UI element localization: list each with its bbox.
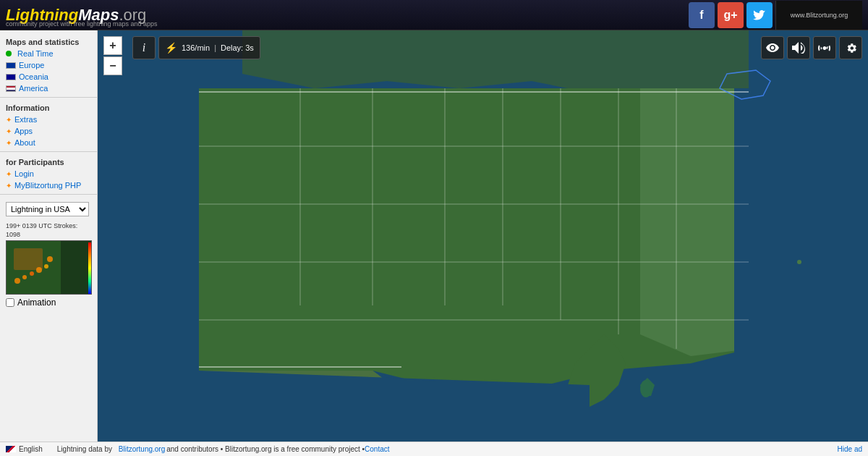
rate-value: 136/min bbox=[182, 43, 210, 52]
sidebar-divider-2 bbox=[0, 151, 97, 152]
zoom-in-button[interactable]: + bbox=[103, 36, 122, 55]
right-toolbar bbox=[761, 36, 862, 59]
svg-rect-16 bbox=[734, 88, 868, 442]
sidebar-realtime[interactable]: Real Time bbox=[0, 48, 97, 59]
contributors-text: and contributors • Blitzortung.org is a … bbox=[166, 445, 365, 453]
blitzortung-link[interactable]: Blitzortung.org bbox=[119, 445, 165, 453]
svg-point-3 bbox=[14, 278, 20, 284]
sidebar-extras[interactable]: ✦ Extras bbox=[0, 114, 97, 125]
sidebar-myblitzortung[interactable]: ✦ MyBlitzortung PHP bbox=[0, 180, 97, 191]
hide-ad-button[interactable]: Hide ad bbox=[838, 445, 862, 453]
settings-button[interactable] bbox=[839, 36, 862, 59]
america-flag bbox=[6, 85, 16, 92]
sidebar-about[interactable]: ✦ About bbox=[0, 137, 97, 148]
social-links: f g+ www.Blitzortung.org bbox=[689, 1, 862, 30]
top-toolbar: i ⚡ 136/min | Delay: 3s bbox=[132, 36, 260, 59]
zoom-out-button[interactable]: − bbox=[103, 56, 122, 75]
sidebar-america[interactable]: America bbox=[0, 83, 97, 94]
sidebar-divider-3 bbox=[0, 194, 97, 195]
login-icon: ✦ bbox=[6, 170, 12, 178]
english-flag bbox=[6, 446, 16, 452]
sidebar-participants-title: for Participants bbox=[0, 155, 97, 168]
animation-checkbox[interactable] bbox=[6, 298, 14, 307]
svg-rect-9 bbox=[88, 242, 92, 294]
signal-button[interactable] bbox=[813, 36, 836, 59]
language-label: English bbox=[19, 445, 43, 453]
realtime-indicator bbox=[6, 51, 12, 56]
about-icon: ✦ bbox=[6, 139, 12, 147]
map-select[interactable]: Lightning in USA bbox=[6, 202, 89, 216]
footer: English Lightning data by Blitzortung.or… bbox=[0, 442, 868, 456]
twitter-button[interactable] bbox=[746, 2, 773, 28]
contact-link[interactable]: Contact bbox=[365, 445, 389, 453]
sidebar-oceania[interactable]: Oceania bbox=[0, 71, 97, 83]
blitzortung-logo: www.Blitzortung.org bbox=[775, 1, 862, 30]
svg-rect-2 bbox=[14, 248, 43, 270]
blitzortung-credit bbox=[115, 445, 117, 453]
animation-label[interactable]: Animation bbox=[17, 297, 56, 308]
map-svg bbox=[98, 30, 868, 442]
svg-point-5 bbox=[30, 271, 34, 276]
googleplus-button[interactable]: g+ bbox=[718, 2, 744, 28]
sidebar-divider-1 bbox=[0, 97, 97, 98]
minimap bbox=[6, 240, 92, 295]
svg-point-30 bbox=[797, 260, 801, 264]
delimiter: | bbox=[214, 43, 216, 52]
sidebar-apps[interactable]: ✦ Apps bbox=[0, 125, 97, 137]
sidebar-info-title: Information bbox=[0, 101, 97, 114]
sidebar-europe[interactable]: Europe bbox=[0, 59, 97, 71]
info-button[interactable]: i bbox=[132, 36, 156, 59]
sidebar-login[interactable]: ✦ Login bbox=[0, 168, 97, 180]
delay-value: Delay: 3s bbox=[221, 43, 254, 52]
minimap-svg bbox=[7, 241, 92, 295]
tagline: community project with free lightning ma… bbox=[6, 20, 158, 28]
myblitzortung-icon: ✦ bbox=[6, 182, 12, 190]
sidebar: Maps and statistics Real Time Europe Oce… bbox=[0, 30, 98, 456]
svg-point-6 bbox=[36, 267, 42, 273]
svg-point-31 bbox=[640, 380, 652, 397]
map-area[interactable]: United States COLORADO KANSAS NEBRASKA I… bbox=[98, 30, 868, 442]
lightning-rate-display: ⚡ 136/min | Delay: 3s bbox=[158, 36, 260, 59]
eye-button[interactable] bbox=[761, 36, 784, 59]
apps-icon: ✦ bbox=[6, 127, 12, 135]
animation-row: Animation bbox=[0, 295, 97, 311]
sidebar-maps-title: Maps and statistics bbox=[0, 35, 97, 48]
svg-point-4 bbox=[22, 275, 27, 279]
sound-button[interactable] bbox=[787, 36, 810, 59]
lightning-icon: ⚡ bbox=[165, 42, 177, 54]
stats-text: 199+ 0139 UTC Strokes: 1098 bbox=[0, 221, 97, 240]
svg-point-8 bbox=[47, 256, 53, 262]
facebook-button[interactable]: f bbox=[689, 2, 715, 28]
svg-point-7 bbox=[44, 264, 48, 269]
header: Lightning Maps .org community project wi… bbox=[0, 0, 868, 30]
credit-text: Lightning data by bbox=[57, 445, 112, 453]
oceania-flag bbox=[6, 74, 16, 80]
extras-icon: ✦ bbox=[6, 116, 12, 124]
map-controls: + − bbox=[103, 36, 122, 75]
blitzortung-url: www.Blitzortung.org bbox=[791, 12, 848, 19]
europe-flag bbox=[6, 62, 16, 69]
